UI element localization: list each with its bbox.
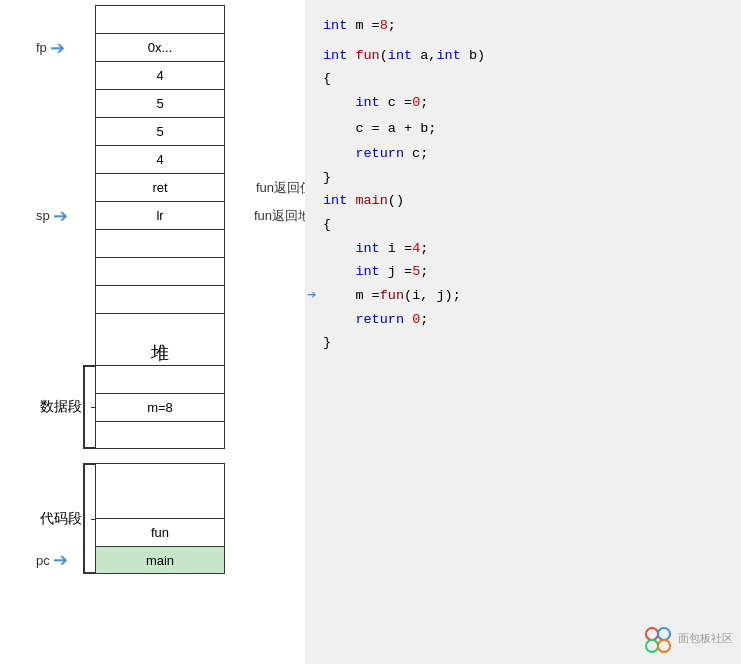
code-line-2: int fun ( int a, int b) [323,44,723,68]
brace-close-2: } [323,331,331,355]
cell-ret-value: ret [152,180,167,195]
code-cell-main: main pc ➔ [95,546,225,574]
sp-arrow-icon: ➔ [53,205,68,227]
code-line-14: } [323,331,723,355]
pc-label: pc [36,553,50,568]
data-cell-empty1 [95,365,225,393]
brace-open-1: { [323,67,331,91]
code-fun-args: (i, j); [404,284,461,308]
code-m-assign: m = [347,14,379,38]
pc-arrow-icon: ➔ [53,549,68,571]
kw-int-3: int [388,44,412,68]
indent-12 [323,284,355,308]
code-b: b) [461,44,485,68]
data-cells: m=8 [95,365,225,449]
code-bracket: 代码段 ─ [83,463,95,574]
code-section-container: 代码段 ─ fun main pc ➔ [83,463,225,574]
code-cell-empty [95,463,225,518]
kw-int-4: int [436,44,460,68]
code-i-assign: i = [380,237,412,261]
cell-lr-value: lr [156,208,163,223]
code-c-assign: c = [380,91,412,115]
watermark-icon [642,624,674,656]
code-space-8 [347,189,355,213]
kw-int-6: int [323,189,347,213]
fn-main: main [355,189,387,213]
cell-empty1 [95,229,225,257]
fp-label: fp [36,40,47,55]
kw-int-2: int [323,44,347,68]
kw-int-8: int [355,260,379,284]
num-4: 4 [412,237,420,261]
code-cell-fun: fun [95,518,225,546]
data-section-container: 数据段 ─ m=8 [83,365,225,449]
code-line-7: } [323,166,723,190]
indent-11 [323,260,355,284]
data-m-value: m=8 [147,400,173,415]
svg-rect-0 [642,624,674,656]
code-main-value: main [146,553,174,568]
code-line-10: int i = 4 ; [323,237,723,261]
cell-empty3 [95,285,225,313]
code-panel: int m = 8 ; int fun ( int a, int b) { in… [305,0,741,664]
data-cell-empty2 [95,421,225,449]
fp-arrow-icon: ➔ [50,37,65,59]
fn-fun-call: fun [380,284,404,308]
cell-j: 5 j [95,89,225,117]
code-line-12: ➔ m = fun (i, j); [323,284,723,308]
kw-return-1: return [355,142,404,166]
main-container: 0x... fp ➔ 4 i 5 j 5 [0,0,741,664]
indent-10 [323,237,355,261]
pc-pointer: pc ➔ [36,549,68,571]
cell-i: 4 i [95,61,225,89]
code-line-1: int m = 8 ; [323,14,723,38]
semi-11: ; [420,260,428,284]
kw-return-2: return [355,308,404,332]
code-a: a, [412,44,436,68]
sp-label: sp [36,208,50,223]
code-line-8: int main () [323,189,723,213]
code-line-9: { [323,213,723,237]
data-section-label: 数据段 [40,398,82,416]
cell-j-value: 5 [156,96,163,111]
memory-diagram: 0x... fp ➔ 4 i 5 j 5 [0,0,320,664]
cell-a: 4 a [95,145,225,173]
indent-13 [323,308,355,332]
code-line-3: { [323,67,723,91]
semi-1: ; [388,14,396,38]
data-bracket: 数据段 ─ [83,365,95,449]
cell-ret: ret fun返回值预留 [95,173,225,201]
code-cells: fun main pc ➔ [95,463,225,574]
code-m-assign-2: m = [355,284,379,308]
code-line-6: return c; [323,142,723,166]
code-section-label: 代码段 [40,510,82,528]
indent-4 [323,91,355,115]
code-line-5: c = a + b; [323,117,723,141]
code-fun-value: fun [151,525,169,540]
code-return-space [404,308,412,332]
cell-lr: lr fun返回地址 sp ➔ [95,201,225,229]
execution-arrow-icon: ➔ [307,282,317,310]
kw-int-5: int [355,91,379,115]
fp-pointer: fp ➔ [36,37,65,59]
code-j-assign: j = [380,260,412,284]
kw-int-7: int [355,237,379,261]
indent-5 [323,117,355,141]
watermark-text: 面包板社区 [678,630,733,649]
code-return-c: c; [404,142,428,166]
fn-fun: fun [355,44,379,68]
stack-section: 0x... fp ➔ 4 i 5 j 5 [95,5,225,393]
data-cell-m: m=8 [95,393,225,421]
sp-pointer: sp ➔ [36,205,68,227]
semi-13: ; [420,308,428,332]
watermark: 面包板社区 [642,624,733,656]
heap-label: 堆 [151,341,169,365]
code-paren-2: ( [380,44,388,68]
num-0: 0 [412,91,420,115]
semi-4: ; [420,91,428,115]
cell-top-empty [95,5,225,33]
cell-ox: 0x... fp ➔ [95,33,225,61]
indent-6 [323,142,355,166]
cell-a-value: 4 [156,152,163,167]
brace-close-1: } [323,166,331,190]
